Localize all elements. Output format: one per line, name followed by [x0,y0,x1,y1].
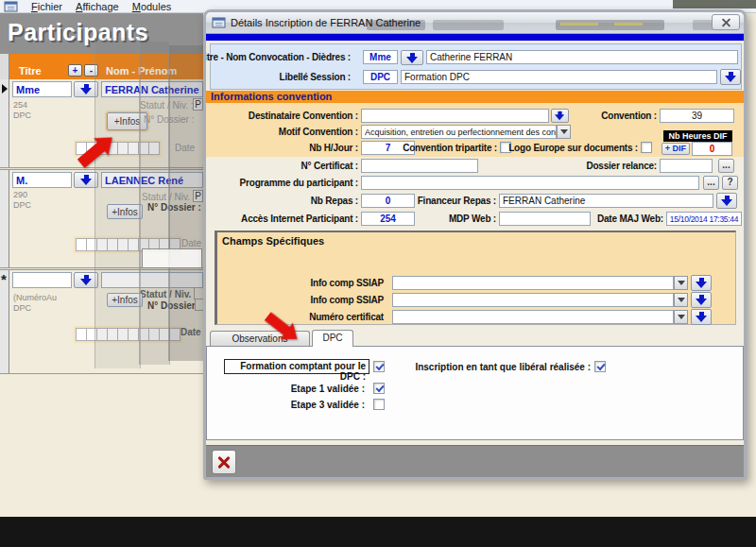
background-window-edge [673,0,756,9]
new-record-icon: * [1,271,7,287]
blue-dropdown-button[interactable] [691,309,712,325]
programme-browse-button[interactable]: ... [703,176,719,190]
blue-down-arrow-icon [80,175,93,185]
window-shadow-band [94,38,141,368]
tab-dpc[interactable]: DPC [312,330,353,347]
programme-field[interactable] [361,176,699,190]
info-comp-ssiap-label: Info comp SSIAP [310,278,384,288]
participant-number: 290 [13,190,27,199]
destinataire-label: Destinataire Convention : [249,111,358,121]
delete-close-button[interactable] [212,450,236,474]
blue-down-arrow-icon [80,84,93,94]
dpc-tab-panel: Formation comptant pour le DPC : Inscrip… [206,346,744,440]
financeur-repas-field[interactable]: FERRAN Catherine [499,194,713,208]
blue-down-arrow-icon [555,111,565,120]
motif-dropdown-button[interactable] [557,125,571,139]
session-dropdown-button[interactable] [720,69,741,85]
dossier-relance-browse-button[interactable]: ... [718,159,734,173]
etape3-checkbox[interactable] [373,399,385,410]
app-icon [4,1,18,12]
titre-combo[interactable] [12,272,72,288]
motif-field[interactable]: Acquisition, entretien ou perfectionneme… [361,125,557,139]
dialog-icon [212,17,226,28]
numero-certificat-field[interactable] [392,310,674,324]
info-comp-ssiap-field[interactable] [392,276,674,290]
destinataire-field[interactable] [361,109,549,123]
logo-europe-label: Logo Europe sur documents : [508,143,638,153]
dossier-relance-label: Dossier relance: [586,161,657,171]
add-dif-button[interactable]: + DIF [662,143,690,155]
dialog-titlebar[interactable]: Détails Inscription de FERRAN Catherine [206,12,744,34]
dossier-relance-field[interactable] [660,159,713,173]
financeur-repas-label: Financeur Repas : [418,196,496,206]
blue-down-arrow-icon [696,278,708,288]
programme-label: Programme du participant : [240,178,358,188]
financeur-dropdown-button[interactable] [716,193,737,209]
column-titre: Titre [19,65,42,77]
mdp-web-field[interactable] [499,212,591,226]
current-record-icon [2,84,8,94]
record-selector[interactable] [0,170,9,267]
destinataire-dropdown-button[interactable] [551,109,569,123]
menu-affichage[interactable]: Affichage [76,1,119,12]
liberal-checkbox[interactable] [594,361,606,372]
participant-number: (NuméroAu [13,293,57,302]
libelle-session-label: Libellé Session : [279,72,351,82]
dropdown-button[interactable] [674,293,688,307]
motif-label: Motif Convention : [279,127,358,137]
window-shadow-band [168,45,205,361]
tab-observations-stagiaire[interactable]: Observations Stagiaire [210,331,310,347]
session-code-field[interactable]: DPC [363,70,398,84]
participant-type: DPC [13,200,31,210]
blue-dropdown-button[interactable] [691,292,712,308]
nb-repas-field[interactable]: 0 [361,194,415,208]
dif-hours-field[interactable]: 0 [692,142,732,156]
dropdown-button[interactable] [674,276,688,290]
glass-reflection [556,20,664,30]
etape1-checkbox[interactable] [373,383,385,394]
date-maj-web-field[interactable]: 15/10/2014 17:35:44 [666,212,742,226]
acces-internet-label: Accès Internet Participant : [241,214,358,224]
titre-convocation-field[interactable]: Mme [363,50,398,64]
champs-specifiques-section: Champs Spécifiques Info comp SSIAP Info … [215,231,736,325]
acces-internet-field[interactable]: 254 [361,212,415,226]
participant-type: DPC [13,111,31,120]
etape3-label: Etape 3 validée : [291,400,365,410]
titre-dropdown-button[interactable] [401,50,423,65]
add-button[interactable]: + [68,64,82,77]
record-selector[interactable]: * [0,270,9,373]
titre-combo[interactable]: M. [12,172,72,188]
bottom-toolbar: Transfert Copie Absences Financeur(s) Fi… [0,517,756,547]
participant-type: DPC [13,303,31,313]
certificat-field[interactable] [361,159,478,173]
dropdown-button[interactable] [674,310,688,324]
logo-europe-checkbox[interactable] [641,142,652,153]
menu-fichier[interactable]: Fichier [31,1,62,12]
blue-down-arrow-icon [696,295,708,305]
record-selector[interactable] [0,79,9,167]
session-field[interactable]: Formation DPC [401,70,717,84]
formation-dpc-checkbox[interactable] [373,361,385,372]
blue-dropdown-button[interactable] [691,275,712,291]
blue-down-arrow-icon [406,53,419,63]
info-comp-ssiap-field[interactable] [392,293,674,307]
menu-modules[interactable]: Modules [132,1,172,12]
titre-combo[interactable]: Mme [12,81,72,97]
certificat-label: N° Certificat : [301,161,358,171]
dialog-close-button[interactable] [712,14,740,30]
numero-certificat-label: Numéro certificat [309,312,384,322]
glass-reflection [433,20,504,30]
liberal-label: Inscription en tant que libéral réalisée… [415,362,591,372]
titre-nom-label: Titre - Nom Convocation - Dièdres : [203,52,351,62]
programme-help-button[interactable]: ? [722,176,738,190]
section-title: Champs Spécifiques [222,235,324,247]
etape1-label: Etape 1 validée : [291,384,365,394]
section-title: Informations convention [211,91,332,102]
nom-convocation-field[interactable]: Catherine FERRAN [426,50,738,64]
blue-down-arrow-icon [696,312,708,322]
convention-number-field[interactable]: 39 [660,109,734,123]
nb-repas-label: Nb Repas : [311,196,358,206]
participant-number: 254 [13,100,27,110]
blue-down-arrow-icon [80,275,93,285]
dialog-footer-bar [206,445,744,477]
